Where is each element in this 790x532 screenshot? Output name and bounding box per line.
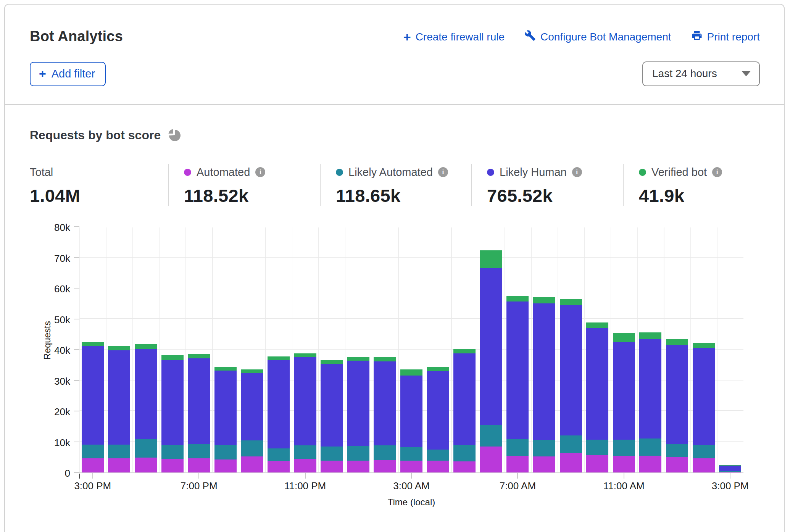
bar-segment — [506, 439, 529, 456]
bar-segment — [613, 342, 635, 440]
bar-segment — [294, 357, 316, 445]
bar-segment — [188, 444, 210, 458]
add-filter-button[interactable]: + Add filter — [30, 62, 106, 86]
stat-automated-label: Automated — [197, 166, 250, 179]
bar-segment — [693, 445, 715, 458]
stacked-bar[interactable] — [135, 344, 157, 472]
stat-likely-automated-value: 118.65k — [336, 185, 471, 206]
bar-segment — [82, 346, 104, 445]
info-icon[interactable] — [572, 167, 582, 177]
x-tick-mark — [517, 473, 518, 479]
stat-likely-automated-label: Likely Automated — [348, 166, 433, 179]
x-tick-mark — [305, 473, 306, 479]
bar-segment — [506, 301, 529, 439]
bar-segment — [639, 332, 661, 339]
y-tick-label: 0 — [32, 468, 70, 479]
stat-total: Total 1.04M — [30, 164, 168, 206]
x-tick-mark — [411, 473, 412, 479]
stacked-bar[interactable] — [719, 465, 741, 472]
x-tick-label: 3:00 AM — [393, 480, 429, 492]
printer-icon — [691, 30, 703, 44]
x-tick-label: 3:00 PM — [712, 480, 749, 492]
bar-segment — [268, 356, 290, 360]
stacked-bar[interactable] — [533, 297, 555, 472]
bar-segment — [347, 461, 369, 472]
y-tick-label: 30k — [32, 376, 70, 387]
bar-segment — [374, 445, 396, 460]
bar-segment — [135, 458, 157, 472]
info-icon[interactable] — [438, 167, 448, 177]
bar-segment — [427, 371, 449, 450]
print-report-label: Print report — [707, 31, 760, 43]
bar-segment — [427, 367, 449, 371]
bar-segment — [400, 376, 422, 447]
stacked-bar[interactable] — [374, 357, 396, 472]
bar-segment — [427, 461, 449, 472]
stacked-bar[interactable] — [453, 349, 476, 472]
time-range-select[interactable]: Last 24 hours — [642, 61, 760, 86]
stacked-bar[interactable] — [560, 299, 582, 472]
info-icon[interactable] — [712, 167, 722, 177]
bar-segment — [135, 349, 157, 439]
bar-segment — [108, 346, 130, 350]
stacked-bar[interactable] — [294, 353, 316, 472]
stacked-bar[interactable] — [188, 354, 210, 473]
bar-segment — [639, 339, 661, 439]
bar-segment — [613, 456, 635, 472]
stacked-bar[interactable] — [268, 356, 290, 472]
stats-row: Total 1.04M Automated 118.52k Likely Aut… — [30, 164, 760, 206]
stacked-bar[interactable] — [400, 369, 422, 472]
bar-segment — [188, 358, 210, 444]
bar-segment — [506, 296, 529, 301]
stacked-bar[interactable] — [161, 355, 184, 472]
y-tick-mark — [74, 288, 79, 289]
stacked-bar[interactable] — [108, 346, 130, 472]
x-tick-mark — [198, 473, 199, 479]
bar-segment — [719, 472, 741, 472]
y-tick-mark — [74, 226, 79, 227]
create-firewall-rule-label: Create firewall rule — [416, 31, 505, 43]
bar-segment — [214, 445, 237, 460]
bar-segment — [268, 448, 290, 461]
stacked-bar[interactable] — [506, 296, 529, 472]
automated-legend-dot — [184, 169, 191, 176]
stacked-bar[interactable] — [347, 357, 369, 472]
stacked-bar[interactable] — [214, 367, 237, 472]
bar-segment — [347, 361, 369, 446]
create-firewall-rule-link[interactable]: + Create firewall rule — [403, 31, 505, 43]
stacked-bar[interactable] — [639, 332, 661, 472]
wrench-icon — [524, 30, 536, 44]
stacked-bar[interactable] — [321, 360, 343, 472]
bar-segment — [506, 456, 529, 472]
bar-segment — [586, 322, 608, 328]
bar-segment — [241, 369, 263, 373]
stacked-bar[interactable] — [613, 333, 635, 472]
bar-segment — [480, 268, 502, 425]
bar-segment — [560, 305, 582, 435]
stacked-bar[interactable] — [480, 250, 502, 472]
configure-bot-management-link[interactable]: Configure Bot Management — [524, 30, 671, 44]
stat-likely-human-label: Likely Human — [500, 166, 567, 179]
chart-plot[interactable] — [79, 227, 743, 473]
stacked-bar[interactable] — [427, 367, 449, 472]
info-icon[interactable] — [255, 167, 265, 177]
stacked-bar[interactable] — [586, 322, 608, 472]
bar-segment — [533, 297, 555, 303]
bar-segment — [321, 364, 343, 447]
bar-segment — [108, 458, 130, 472]
bar-segment — [480, 250, 502, 268]
bar-segment — [400, 461, 422, 472]
stacked-bar[interactable] — [693, 343, 715, 472]
bar-segment — [453, 353, 476, 445]
bar-segment — [374, 460, 396, 472]
bar-segment — [214, 367, 237, 371]
print-report-link[interactable]: Print report — [691, 30, 760, 44]
stacked-bar[interactable] — [241, 369, 263, 472]
plus-icon: + — [39, 68, 46, 79]
add-filter-label: Add filter — [52, 68, 95, 80]
page-title: Bot Analytics — [30, 28, 123, 45]
stacked-bar[interactable] — [666, 339, 688, 472]
bar-segment — [586, 440, 608, 455]
y-tick-label: 50k — [32, 314, 70, 326]
stacked-bar[interactable] — [82, 342, 104, 472]
